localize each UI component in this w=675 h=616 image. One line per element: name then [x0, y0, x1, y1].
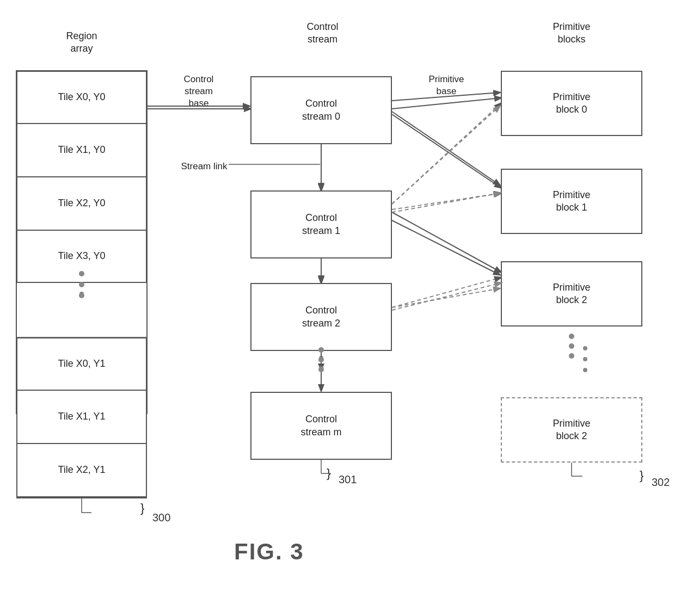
tile-x0y0: Tile X0, Y0 [16, 71, 147, 124]
primitive-base-label: Primitivebase [408, 73, 484, 97]
svg-point-19 [79, 292, 84, 296]
control-stream-2: Controlstream 2 [250, 283, 392, 351]
brace-302: } [640, 468, 643, 484]
control-stream-1: Controlstream 1 [250, 190, 392, 258]
svg-point-25 [319, 366, 323, 370]
svg-point-39 [318, 357, 324, 362]
tile-x1y0: Tile X1, Y0 [16, 124, 147, 177]
primitive-block-2b: Primitiveblock 2 [501, 397, 642, 463]
control-stream-0: Controlstream 0 [250, 76, 392, 144]
primitive-blocks-header: Primitiveblocks [517, 21, 626, 46]
ref-302: 302 [652, 476, 670, 489]
primitive-block-0: Primitiveblock 0 [501, 71, 642, 136]
primitive-block-1: Primitiveblock 1 [501, 169, 642, 234]
svg-line-46 [392, 112, 500, 185]
control-stream-header: Controlstream [275, 21, 370, 46]
svg-point-40 [318, 367, 324, 372]
svg-point-24 [319, 356, 323, 360]
svg-point-42 [569, 343, 574, 349]
region-array-label: Regionarray [27, 30, 136, 56]
svg-line-48 [392, 193, 500, 212]
svg-line-14 [392, 193, 501, 210]
primitive-block-2: Primitiveblock 2 [501, 261, 642, 327]
svg-line-11 [392, 98, 501, 109]
ref-300: 300 [152, 512, 170, 524]
fig-caption: FIG. 3 [234, 539, 304, 565]
svg-point-22 [583, 368, 587, 372]
brace-301: } [327, 466, 330, 482]
svg-point-21 [583, 357, 587, 361]
svg-line-47 [392, 106, 500, 204]
svg-line-28 [392, 283, 501, 310]
control-stream-m: Controlstream m [250, 392, 392, 460]
tile-x2y1: Tile X2, Y1 [16, 444, 147, 497]
svg-line-49 [392, 220, 500, 275]
stream-link-label: Stream link [169, 161, 240, 173]
tile-x2y0: Tile X2, Y0 [16, 177, 147, 231]
svg-point-37 [79, 293, 84, 298]
svg-point-41 [569, 334, 574, 339]
diagram: Regionarray Tile X0, Y0 Tile X1, Y0 Tile… [0, 0, 675, 616]
svg-line-13 [392, 103, 501, 204]
svg-line-16 [392, 212, 501, 272]
svg-line-15 [392, 278, 501, 307]
tile-x1y1: Tile X1, Y1 [16, 391, 147, 444]
tile-x0y1: Tile X0, Y1 [16, 337, 147, 391]
brace-300: } [140, 501, 144, 516]
svg-point-43 [569, 353, 574, 359]
svg-line-12 [392, 114, 501, 188]
ref-301: 301 [339, 473, 357, 486]
control-stream-base-label: Controlstreambase [158, 73, 240, 109]
svg-line-50 [392, 288, 500, 307]
svg-point-20 [583, 346, 587, 350]
tile-x3y0: Tile X3, Y0 [16, 231, 147, 283]
